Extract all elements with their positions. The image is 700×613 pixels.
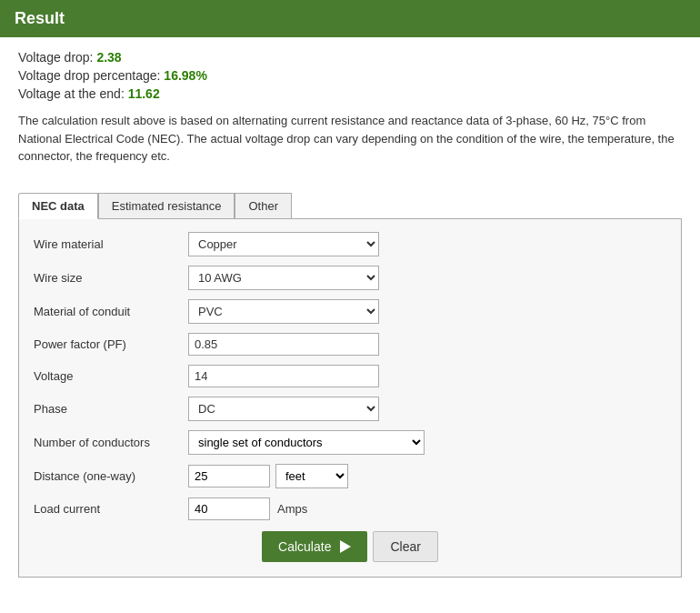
button-row: Calculate Clear [34,531,666,562]
voltage-input[interactable] [188,365,379,387]
wire-material-label: Wire material [34,237,188,251]
distance-label: Distance (one-way) [34,469,188,483]
phase-row: Phase DC 1-phase 3-phase [34,397,666,421]
calculate-label: Calculate [278,539,331,554]
power-factor-input[interactable] [188,333,379,356]
play-icon [340,540,351,553]
wire-size-select[interactable]: 10 AWG 12 AWG 14 AWG 8 AWG 6 AWG [188,266,379,290]
voltage-row: Voltage [34,365,666,387]
tab-other[interactable]: Other [235,193,292,219]
wire-size-row: Wire size 10 AWG 12 AWG 14 AWG 8 AWG 6 A… [34,266,666,290]
voltage-drop-pct-value: 16.98% [164,68,206,83]
voltage-end-label: Voltage at the end: [18,86,128,101]
power-factor-label: Power factor (PF) [34,337,188,351]
conduit-label: Material of conduit [34,305,188,318]
phase-label: Phase [34,402,188,416]
conductors-row: Number of conductors single set of condu… [34,430,666,455]
distance-unit-select[interactable]: feet meters [275,464,348,488]
phase-select[interactable]: DC 1-phase 3-phase [188,397,379,421]
tab-bar: NEC data Estimated resistance Other [18,193,682,219]
wire-size-label: Wire size [34,271,188,285]
result-header: Result [0,0,700,37]
conduit-select[interactable]: PVC Aluminum Steel [188,299,379,324]
conductors-select[interactable]: single set of conductors two sets of con… [188,430,425,455]
wire-material-row: Wire material Copper Aluminum [34,232,666,256]
amps-label: Amps [277,502,307,516]
voltage-end-line: Voltage at the end: 11.62 [18,86,682,101]
load-current-input[interactable] [188,497,270,520]
conduit-row: Material of conduit PVC Aluminum Steel [34,299,666,324]
voltage-drop-pct-line: Voltage drop percentage: 16.98% [18,68,682,83]
conductors-label: Number of conductors [34,436,188,449]
load-current-row: Load current Amps [34,497,666,520]
voltage-drop-label: Voltage drop: [18,50,96,65]
distance-input[interactable] [188,465,270,487]
voltage-drop-value: 2.38 [96,50,121,65]
clear-button[interactable]: Clear [373,531,437,562]
calculate-button[interactable]: Calculate [262,531,367,562]
voltage-drop-line: Voltage drop: 2.38 [18,50,682,65]
voltage-end-value: 11.62 [128,86,160,101]
result-description: The calculation result above is based on… [18,112,682,166]
distance-row: Distance (one-way) feet meters [34,464,666,488]
tab-nec-data[interactable]: NEC data [18,193,98,219]
wire-material-select[interactable]: Copper Aluminum [188,232,379,256]
load-current-label: Load current [34,502,188,516]
voltage-label: Voltage [34,369,188,383]
nec-data-panel: Wire material Copper Aluminum Wire size … [18,218,682,578]
power-factor-row: Power factor (PF) [34,333,666,356]
result-title: Result [15,9,65,27]
tab-estimated-resistance[interactable]: Estimated resistance [98,193,235,219]
voltage-drop-pct-label: Voltage drop percentage: [18,68,164,83]
